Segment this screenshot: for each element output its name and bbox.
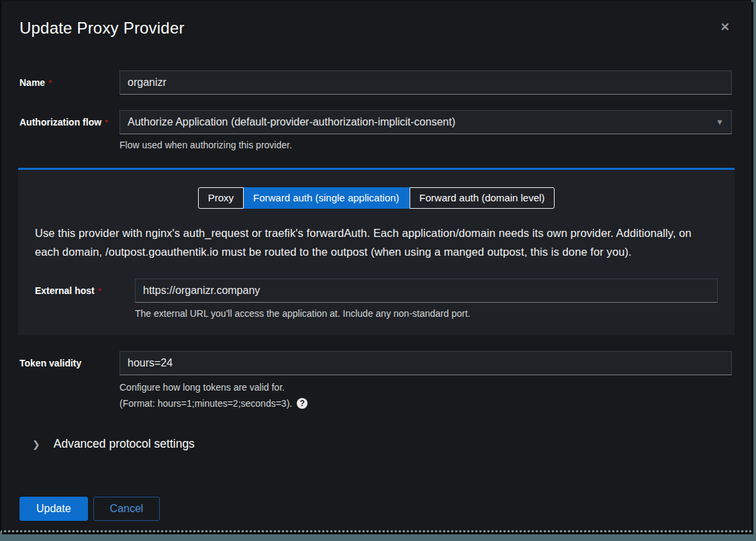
token-validity-label-text: Token validity bbox=[19, 358, 81, 368]
page-title: Update Proxy Provider bbox=[19, 19, 733, 38]
provider-mode-card: Proxy Forward auth (single application) … bbox=[18, 168, 735, 335]
external-host-input[interactable] bbox=[135, 279, 718, 303]
tab-proxy[interactable]: Proxy bbox=[198, 187, 244, 209]
modal-header: Update Proxy Provider ✕ bbox=[1, 1, 751, 42]
required-asterisk: * bbox=[105, 117, 108, 128]
required-asterisk: * bbox=[98, 286, 101, 296]
authorization-flow-selected-value: Authorize Application (default-provider-… bbox=[128, 116, 455, 128]
chevron-right-icon: ❯ bbox=[32, 439, 40, 450]
token-validity-format-text: (Format: hours=1;minutes=2;seconds=3). bbox=[120, 397, 292, 410]
token-validity-row: Token validity bbox=[19, 351, 732, 375]
token-validity-input[interactable] bbox=[120, 351, 732, 375]
authorization-flow-help: Flow used when authorizing this provider… bbox=[120, 138, 732, 152]
authorization-flow-select[interactable]: Authorize Application (default-provider-… bbox=[120, 110, 732, 134]
authorization-flow-row: Authorization flow* Authorize Applicatio… bbox=[19, 110, 732, 152]
tab-forward-auth-single-application[interactable]: Forward auth (single application) bbox=[244, 187, 410, 209]
update-button[interactable]: Update bbox=[19, 497, 88, 521]
cancel-button[interactable]: Cancel bbox=[93, 497, 160, 521]
token-validity-help: Configure how long tokens are valid for. bbox=[120, 381, 732, 394]
external-host-label-text: External host bbox=[35, 285, 95, 296]
authorization-flow-label-text: Authorization flow bbox=[19, 117, 101, 128]
name-label: Name* bbox=[19, 70, 120, 95]
authorization-flow-label: Authorization flow* bbox=[19, 110, 120, 152]
token-validity-label: Token validity bbox=[19, 351, 120, 375]
external-host-row: External host* The external URL you'll a… bbox=[35, 279, 718, 320]
update-proxy-provider-modal: Update Proxy Provider ✕ Name* Authorizat… bbox=[0, 0, 751, 532]
advanced-protocol-settings-label: Advanced protocol settings bbox=[54, 437, 195, 451]
question-circle-icon[interactable]: ? bbox=[297, 398, 308, 409]
modal-footer: Update Cancel bbox=[19, 497, 751, 521]
external-host-help: The external URL you'll access the appli… bbox=[135, 307, 718, 320]
required-asterisk: * bbox=[48, 78, 52, 88]
token-validity-format-help: (Format: hours=1;minutes=2;seconds=3). ? bbox=[120, 397, 732, 410]
chevron-down-icon: ▼ bbox=[716, 117, 724, 127]
name-input[interactable] bbox=[120, 70, 732, 95]
close-icon[interactable]: ✕ bbox=[720, 21, 730, 33]
advanced-protocol-settings-expander[interactable]: ❯ Advanced protocol settings bbox=[32, 437, 751, 451]
mode-toggle-group: Proxy Forward auth (single application) … bbox=[35, 187, 718, 209]
name-row: Name* bbox=[19, 70, 732, 95]
external-host-label: External host* bbox=[35, 279, 135, 320]
name-label-text: Name bbox=[19, 77, 45, 88]
tab-forward-auth-domain-level[interactable]: Forward auth (domain level) bbox=[410, 187, 555, 209]
mode-description: Use this provider with nginx's auth_requ… bbox=[35, 224, 718, 261]
token-validity-help-block: Configure how long tokens are valid for.… bbox=[120, 381, 732, 410]
